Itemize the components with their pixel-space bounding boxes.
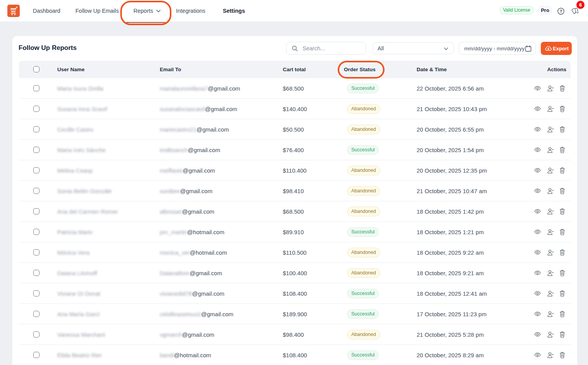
svg-text:?: ? [560,9,562,14]
